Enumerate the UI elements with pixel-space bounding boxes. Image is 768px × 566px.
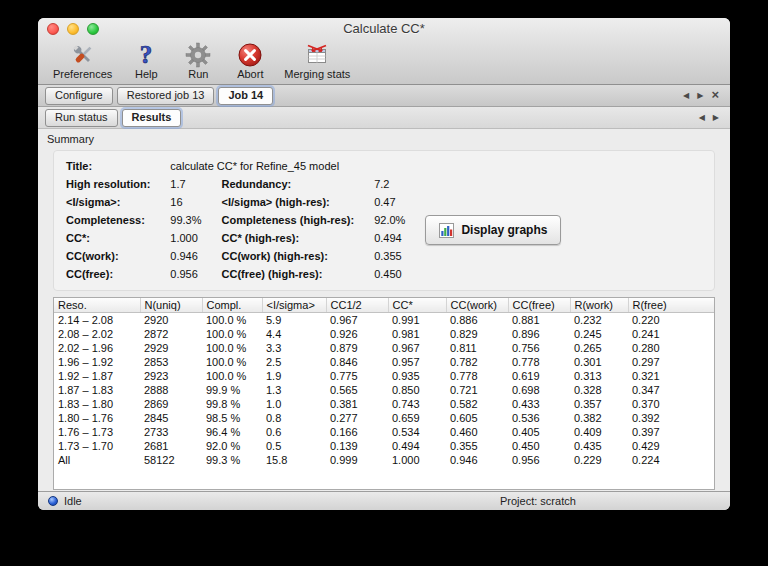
table-cell: 1.87 – 1.83 bbox=[54, 383, 140, 397]
table-cell: 0.405 bbox=[508, 425, 570, 439]
table-cell: 0.6 bbox=[262, 425, 326, 439]
table-cell: 0.999 bbox=[326, 453, 388, 467]
summary-stat-label: CC(work) (high-res): bbox=[222, 250, 355, 263]
table-cell: 0.967 bbox=[326, 313, 388, 328]
summary-stat-value: 1.000 bbox=[170, 232, 201, 245]
summary-panel: Title: calculate CC* for Refine_45 model… bbox=[53, 150, 715, 291]
result-tab-bar: Run status Results ◀ ▶ bbox=[38, 107, 730, 129]
column-header: CC(work) bbox=[446, 298, 508, 313]
table-cell: 1.73 – 1.70 bbox=[54, 439, 140, 453]
table-cell: 0.846 bbox=[326, 355, 388, 369]
table-cell: 0.166 bbox=[326, 425, 388, 439]
tab-results[interactable]: Results bbox=[122, 109, 182, 127]
toolbar-item-preferences[interactable]: Preferences bbox=[46, 41, 119, 80]
display-graphs-button[interactable]: Display graphs bbox=[425, 215, 561, 245]
table-cell: 0.245 bbox=[570, 327, 628, 341]
table-cell: 0.721 bbox=[446, 383, 508, 397]
tab-close-icon[interactable]: × bbox=[707, 90, 723, 102]
table-cell: 0.220 bbox=[628, 313, 714, 328]
table-cell: 0.698 bbox=[508, 383, 570, 397]
table-row[interactable]: 1.87 – 1.83288899.9 %1.30.5650.8500.7210… bbox=[54, 383, 714, 397]
table-cell: 0.494 bbox=[388, 439, 446, 453]
gear-icon bbox=[185, 41, 211, 68]
column-header: N(uniq) bbox=[140, 298, 202, 313]
app-window: Calculate CC* bbox=[38, 18, 730, 510]
tab-scroll-left-icon[interactable]: ◀ bbox=[679, 91, 693, 100]
toolbar-item-run[interactable]: Run bbox=[173, 41, 223, 80]
table-cell: 2872 bbox=[140, 327, 202, 341]
subtab-scroll-left-icon[interactable]: ◀ bbox=[695, 113, 709, 122]
table-row[interactable]: 1.80 – 1.76284598.5 %0.80.2770.6590.6050… bbox=[54, 411, 714, 425]
table-cell: 0.536 bbox=[508, 411, 570, 425]
table-row[interactable]: 1.73 – 1.70268192.0 %0.50.1390.4940.3550… bbox=[54, 439, 714, 453]
summary-stat-value: 16 bbox=[170, 196, 201, 209]
summary-stat-value: 0.47 bbox=[374, 196, 405, 209]
tab-job-14[interactable]: Job 14 bbox=[218, 87, 273, 105]
table-row[interactable]: 1.76 – 1.73273396.4 %0.60.1660.5340.4600… bbox=[54, 425, 714, 439]
table-cell: 0.619 bbox=[508, 369, 570, 383]
table-cell: 1.000 bbox=[388, 453, 446, 467]
table-cell: 0.778 bbox=[446, 369, 508, 383]
table-cell: 1.92 – 1.87 bbox=[54, 369, 140, 383]
table-row[interactable]: 1.96 – 1.922853100.0 %2.50.8460.9570.782… bbox=[54, 355, 714, 369]
table-cell: 4.4 bbox=[262, 327, 326, 341]
summary-stat-label: <I/sigma>: bbox=[66, 196, 150, 209]
table-row[interactable]: 2.14 – 2.082920100.0 %5.90.9670.9910.886… bbox=[54, 313, 714, 328]
toolbar-item-abort[interactable]: Abort bbox=[225, 41, 275, 80]
table-cell: 0.5 bbox=[262, 439, 326, 453]
table-cell: 0.392 bbox=[628, 411, 714, 425]
toolbar-item-merging-stats[interactable]: Merging stats bbox=[277, 41, 357, 80]
toolbar-item-help[interactable]: ? Help bbox=[121, 41, 171, 80]
toolbar-label: Abort bbox=[237, 68, 263, 80]
table-cell: 0.886 bbox=[446, 313, 508, 328]
graphs-button-area: Display graphs bbox=[405, 160, 702, 281]
table-cell: 0.297 bbox=[628, 355, 714, 369]
table-cell: 0.265 bbox=[570, 341, 628, 355]
help-icon: ? bbox=[133, 41, 159, 68]
tab-configure[interactable]: Configure bbox=[45, 87, 113, 105]
toolbar: Preferences ? Help bbox=[38, 40, 730, 84]
subtab-scroll-right-icon[interactable]: ▶ bbox=[709, 113, 723, 122]
table-cell: 0.896 bbox=[508, 327, 570, 341]
table-row[interactable]: 2.02 – 1.962929100.0 %3.30.8790.9670.811… bbox=[54, 341, 714, 355]
minimize-window-button[interactable] bbox=[67, 23, 79, 35]
table-cell: 0.991 bbox=[388, 313, 446, 328]
table-row[interactable]: 1.83 – 1.80286999.8 %1.00.3810.7430.5820… bbox=[54, 397, 714, 411]
table-row[interactable]: 2.08 – 2.022872100.0 %4.40.9260.9810.829… bbox=[54, 327, 714, 341]
table-cell: 0.232 bbox=[570, 313, 628, 328]
table-cell: 0.981 bbox=[388, 327, 446, 341]
table-cell: 0.957 bbox=[388, 355, 446, 369]
display-graphs-label: Display graphs bbox=[461, 223, 547, 237]
titlebar[interactable]: Calculate CC* bbox=[38, 18, 730, 40]
table-cell: 0.460 bbox=[446, 425, 508, 439]
table-cell: 0.224 bbox=[628, 453, 714, 467]
table-cell: 2923 bbox=[140, 369, 202, 383]
merging-stats-icon bbox=[304, 41, 330, 68]
column-header: CC(free) bbox=[508, 298, 570, 313]
table-cell: 0.313 bbox=[570, 369, 628, 383]
table-cell: 0.811 bbox=[446, 341, 508, 355]
table-cell: All bbox=[54, 453, 140, 467]
table-cell: 1.76 – 1.73 bbox=[54, 425, 140, 439]
table-cell: 0.382 bbox=[570, 411, 628, 425]
summary-stat-label: <I/sigma> (high-res): bbox=[222, 196, 355, 209]
status-indicator-icon bbox=[48, 496, 58, 506]
summary-stat-value: 0.946 bbox=[170, 250, 201, 263]
tab-restored-job-13[interactable]: Restored job 13 bbox=[117, 87, 215, 105]
table-cell: 0.357 bbox=[570, 397, 628, 411]
table-row[interactable]: All5812299.3 %15.80.9991.0000.9460.9560.… bbox=[54, 453, 714, 467]
close-window-button[interactable] bbox=[47, 23, 59, 35]
table-cell: 0.435 bbox=[570, 439, 628, 453]
summary-stat-label: Redundancy: bbox=[222, 178, 355, 191]
zoom-window-button[interactable] bbox=[87, 23, 99, 35]
table-cell: 0.946 bbox=[446, 453, 508, 467]
tab-run-status[interactable]: Run status bbox=[45, 109, 118, 127]
table-cell: 0.967 bbox=[388, 341, 446, 355]
table-cell: 96.4 % bbox=[202, 425, 262, 439]
table-cell: 0.582 bbox=[446, 397, 508, 411]
tab-scroll-right-icon[interactable]: ▶ bbox=[693, 91, 707, 100]
table-cell: 2888 bbox=[140, 383, 202, 397]
table-row[interactable]: 1.92 – 1.872923100.0 %1.90.7750.9350.778… bbox=[54, 369, 714, 383]
summary-stat-value: 99.3% bbox=[170, 214, 201, 227]
table-cell: 2929 bbox=[140, 341, 202, 355]
